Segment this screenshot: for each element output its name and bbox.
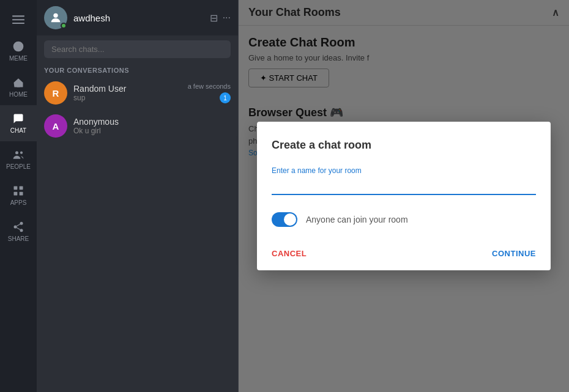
svg-point-17 [53, 13, 58, 18]
chat-msg: Ok u girl [73, 127, 225, 135]
sidebar: awdhesh ⊟ ··· YOUR CONVERSATIONS R Rando… [37, 0, 239, 392]
chat-list: R Random User sup a few seconds 1 A Anon… [37, 76, 238, 392]
modal-overlay: Create a chat room Enter a name for your… [239, 0, 569, 392]
room-name-label: Enter a name for your room [272, 166, 536, 175]
toggle-knob [284, 213, 296, 226]
toggle-row: Anyone can join your room [272, 212, 536, 227]
svg-point-6 [15, 151, 18, 154]
sidebar-item-chat[interactable]: CHAT [0, 105, 37, 141]
home-label: HOME [9, 91, 28, 98]
svg-point-5 [19, 45, 21, 46]
user-avatar-wrapper [44, 6, 67, 29]
chat-info: Anonymous Ok u girl [73, 117, 225, 135]
svg-point-4 [16, 45, 18, 46]
modal-actions: CANCEL CONTINUE [272, 244, 536, 258]
avatar: A [44, 114, 67, 138]
modal-title: Create a chat room [272, 139, 536, 152]
search-input[interactable] [44, 40, 231, 58]
chat-msg: sup [73, 94, 182, 102]
more-icon[interactable]: ··· [223, 12, 231, 24]
svg-rect-1 [12, 19, 24, 20]
sidebar-item-home[interactable]: HOME [0, 69, 37, 105]
chat-info: Random User sup [73, 84, 182, 102]
svg-rect-0 [12, 15, 24, 17]
share-label: SHARE [8, 235, 29, 242]
chat-name: Random User [73, 84, 182, 94]
sidebar-username: awdhesh [73, 13, 204, 23]
svg-point-7 [20, 152, 23, 154]
continue-button[interactable]: CONTINUE [492, 249, 536, 258]
svg-rect-9 [20, 187, 23, 190]
svg-point-13 [14, 226, 17, 229]
svg-line-15 [17, 227, 20, 229]
svg-point-3 [13, 42, 24, 52]
svg-rect-11 [20, 192, 23, 196]
list-item[interactable]: R Random User sup a few seconds 1 [37, 76, 238, 109]
apps-label: APPS [10, 199, 27, 206]
icon-bar: MEME HOME CHAT PEOPLE APPS SHARE [0, 0, 37, 392]
search-bar [37, 35, 238, 63]
svg-point-12 [20, 222, 23, 225]
unread-badge: 1 [220, 92, 231, 103]
room-name-input[interactable] [272, 179, 536, 195]
chat-label: CHAT [10, 127, 26, 134]
list-item[interactable]: A Anonymous Ok u girl [37, 109, 238, 142]
chat-time: a few seconds [188, 83, 231, 90]
sidebar-item-share[interactable]: SHARE [0, 213, 37, 250]
svg-point-14 [20, 229, 23, 232]
section-label: YOUR CONVERSATIONS [37, 63, 238, 76]
svg-line-16 [17, 224, 20, 226]
sidebar-header: awdhesh ⊟ ··· [37, 0, 238, 35]
chat-name: Anonymous [73, 117, 225, 127]
sidebar-item-apps[interactable]: APPS [0, 177, 37, 213]
sidebar-item-people[interactable]: PEOPLE [0, 141, 37, 177]
sidebar-action-icons: ⊟ ··· [210, 12, 231, 24]
toggle-label: Anyone can join your room [306, 215, 408, 224]
chat-meta: a few seconds 1 [188, 83, 231, 103]
svg-rect-8 [14, 187, 18, 190]
people-label: PEOPLE [6, 163, 31, 170]
svg-rect-2 [12, 23, 24, 24]
join-toggle[interactable] [272, 212, 297, 227]
create-room-modal: Create a chat room Enter a name for your… [257, 122, 551, 270]
meme-label: MEME [9, 55, 28, 62]
online-indicator [61, 23, 67, 29]
modal-field: Enter a name for your room [272, 166, 536, 195]
cancel-button[interactable]: CANCEL [272, 249, 307, 258]
menu-button[interactable] [0, 6, 37, 33]
minimize-icon[interactable]: ⊟ [210, 12, 218, 24]
avatar: R [44, 81, 67, 105]
main-area: Your Chat Rooms ∧ Create Chat Room Give … [239, 0, 569, 392]
sidebar-item-meme[interactable]: MEME [0, 33, 37, 69]
svg-rect-10 [14, 192, 18, 196]
